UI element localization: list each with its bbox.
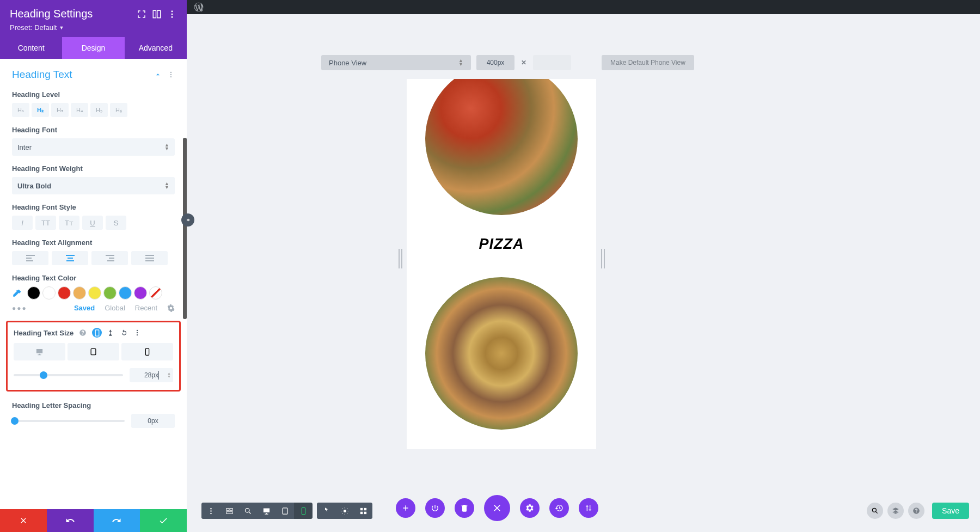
color-purple[interactable]	[134, 286, 147, 299]
svg-line-42	[876, 512, 878, 513]
view-height-input[interactable]	[533, 55, 571, 70]
color-none[interactable]	[149, 286, 162, 299]
settings-tabs: Content Design Advanced	[0, 37, 187, 59]
action-delete[interactable]	[455, 498, 474, 518]
action-history[interactable]	[549, 498, 569, 518]
heading-level-h6[interactable]: H₆	[110, 103, 127, 117]
svg-rect-18	[145, 258, 154, 259]
tool-phone[interactable]	[294, 503, 313, 519]
heading-level-h1[interactable]: H₁	[12, 103, 29, 117]
style-strikethrough[interactable]: S	[106, 216, 126, 230]
svg-point-6	[170, 74, 171, 75]
tool-more[interactable]	[201, 503, 220, 519]
resize-handle-right[interactable]	[601, 248, 605, 270]
color-orange[interactable]	[73, 286, 86, 299]
font-weight-select[interactable]: Ultra Bold▲▼	[12, 177, 175, 194]
font-select[interactable]: Inter▲▼	[12, 138, 175, 156]
tool-tablet[interactable]	[275, 503, 294, 519]
color-blue[interactable]	[119, 286, 132, 299]
discard-button[interactable]	[0, 509, 47, 532]
svg-rect-13	[66, 260, 74, 261]
color-tab-saved[interactable]: Saved	[74, 304, 95, 312]
svg-point-7	[170, 76, 171, 77]
preview-image-2	[425, 277, 578, 430]
heading-level-h2[interactable]: H₂	[32, 103, 49, 117]
color-black[interactable]	[27, 286, 40, 299]
color-tab-global[interactable]: Global	[105, 304, 125, 312]
align-right[interactable]	[91, 251, 128, 265]
color-green[interactable]	[103, 286, 117, 299]
device-phone[interactable]	[121, 343, 173, 360]
heading-level-h3[interactable]: H₃	[51, 103, 69, 117]
confirm-button[interactable]	[140, 509, 187, 532]
preset-dropdown[interactable]: Preset: Default ▼	[10, 23, 177, 32]
action-power[interactable]	[425, 498, 445, 518]
color-tab-recent[interactable]: Recent	[135, 304, 157, 312]
svg-rect-30	[230, 508, 232, 510]
spacing-input[interactable]: 0px	[131, 414, 175, 428]
right-search[interactable]	[867, 503, 883, 519]
preview-heading-1[interactable]: PIZZA	[407, 236, 596, 253]
expand-icon[interactable]	[137, 9, 146, 19]
heading-level-h5[interactable]: H₅	[90, 103, 108, 117]
right-layers[interactable]	[887, 503, 904, 519]
color-white[interactable]	[42, 286, 56, 299]
style-capitalize[interactable]: Tᴛ	[59, 216, 79, 230]
make-default-button[interactable]: Make Default Phone View	[602, 55, 694, 70]
undo-button[interactable]	[47, 509, 94, 532]
spacing-slider[interactable]	[12, 420, 125, 422]
view-mode-select[interactable]: Phone View▲▼	[321, 55, 471, 70]
snap-icon[interactable]	[152, 9, 162, 19]
tab-design[interactable]: Design	[62, 37, 124, 59]
align-left[interactable]	[12, 251, 48, 265]
preview-heading-2[interactable]: PIZZA	[407, 446, 596, 449]
device-desktop[interactable]	[14, 343, 65, 360]
wordpress-icon[interactable]	[193, 2, 204, 13]
action-add[interactable]	[396, 498, 415, 518]
reset-icon[interactable]	[120, 329, 128, 337]
style-italic[interactable]: I	[12, 216, 33, 230]
tab-advanced[interactable]: Advanced	[125, 37, 187, 59]
color-red[interactable]	[58, 286, 71, 299]
tab-content[interactable]: Content	[0, 37, 62, 59]
tool-wireframe[interactable]	[220, 503, 238, 519]
svg-rect-11	[66, 255, 75, 256]
svg-point-32	[245, 508, 249, 512]
color-yellow[interactable]	[88, 286, 101, 299]
align-center[interactable]	[52, 251, 88, 265]
tool-grid[interactable]	[354, 503, 372, 519]
resize-handle-left[interactable]	[398, 248, 402, 270]
tool-brightness[interactable]	[335, 503, 354, 519]
color-more-icon[interactable]: ●●●	[12, 304, 27, 312]
responsive-badge[interactable]	[92, 328, 102, 338]
action-settings[interactable]	[520, 498, 540, 518]
eyedropper-icon[interactable]	[12, 288, 22, 298]
scrollbar[interactable]	[183, 138, 187, 319]
tool-zoom[interactable]	[238, 503, 257, 519]
hover-icon[interactable]	[107, 329, 115, 337]
panel-toggle[interactable]	[181, 213, 194, 227]
svg-rect-10	[26, 260, 33, 261]
size-input[interactable]: 28px▲▼	[130, 368, 173, 382]
style-uppercase[interactable]: TT	[35, 216, 56, 230]
color-settings-icon[interactable]	[167, 304, 175, 312]
device-tablet[interactable]	[68, 343, 119, 360]
right-help[interactable]	[908, 503, 924, 519]
redo-button[interactable]	[94, 509, 140, 532]
heading-level-h4[interactable]: H₄	[71, 103, 88, 117]
svg-rect-1	[157, 10, 161, 18]
view-width-input[interactable]	[476, 55, 514, 70]
action-close[interactable]	[484, 495, 510, 521]
help-icon[interactable]	[79, 329, 87, 337]
section-more-icon[interactable]	[167, 71, 175, 78]
style-underline[interactable]: U	[82, 216, 103, 230]
more-icon[interactable]	[167, 9, 177, 19]
chevron-up-icon[interactable]	[154, 71, 162, 78]
tool-click[interactable]	[317, 503, 335, 519]
tool-desktop[interactable]	[257, 503, 275, 519]
size-more-icon[interactable]	[133, 329, 141, 337]
save-button[interactable]: Save	[932, 503, 969, 519]
align-justify[interactable]	[131, 251, 168, 265]
size-slider[interactable]	[14, 374, 123, 376]
action-sort[interactable]	[579, 498, 598, 518]
